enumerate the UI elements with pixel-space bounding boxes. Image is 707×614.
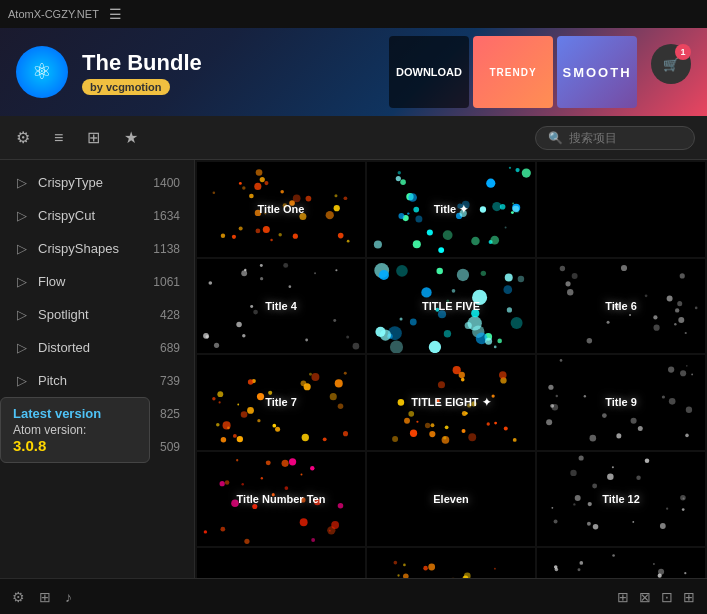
settings-icon[interactable]: ⚙: [12, 589, 25, 605]
version-tooltip: Latest version Atom version: 3.0.8: [0, 397, 150, 463]
list-icon[interactable]: ≡: [50, 125, 67, 151]
music-icon[interactable]: ♪: [65, 589, 72, 605]
grid-cell-8[interactable]: TITLE EIGHT ✦: [367, 355, 535, 450]
svg-point-142: [272, 424, 276, 428]
item-icon-crispyshapes: ▷: [14, 241, 30, 256]
item-count-soundeff: 509: [160, 440, 180, 454]
item-icon-spotlight: ▷: [14, 307, 30, 322]
search-box[interactable]: 🔍: [535, 126, 695, 150]
svg-point-228: [300, 518, 308, 526]
preview-smooth: SMOOTH: [557, 36, 637, 108]
svg-point-99: [421, 287, 431, 297]
svg-point-203: [691, 373, 693, 375]
svg-point-262: [612, 466, 614, 468]
svg-point-45: [486, 179, 495, 188]
sidebar-item-crispytype[interactable]: ▷ CrispyType 1400: [0, 166, 194, 199]
grid-cell-9[interactable]: Title 9: [537, 355, 705, 450]
grid-cell-4[interactable]: Title 4: [197, 259, 365, 354]
sidebar-item-spotlight[interactable]: ▷ Spotlight 428: [0, 298, 194, 331]
svg-point-136: [621, 264, 627, 270]
grid-cell-7[interactable]: Title 7: [197, 355, 365, 450]
svg-point-37: [400, 179, 406, 185]
grid-cell-13[interactable]: [197, 548, 365, 578]
svg-point-104: [505, 273, 513, 281]
view2-icon[interactable]: ⊠: [639, 589, 651, 605]
svg-point-133: [667, 295, 673, 301]
svg-point-212: [548, 385, 553, 390]
svg-point-132: [653, 324, 659, 330]
cart-button[interactable]: 🛒 1: [651, 44, 691, 84]
grid-cell-15[interactable]: Title Fifteen: [537, 548, 705, 578]
view1-icon[interactable]: ⊞: [617, 589, 629, 605]
menu-icon[interactable]: ☰: [109, 6, 122, 22]
svg-point-205: [686, 407, 692, 413]
svg-point-141: [257, 419, 260, 422]
view4-icon[interactable]: ⊞: [683, 589, 695, 605]
item-label-distorted: Distorted: [38, 340, 152, 355]
sidebar: ▷ CrispyType 1400 ▷ CrispyCut 1634 ▷ Cri…: [0, 160, 195, 578]
grid-cell-3[interactable]: [537, 162, 705, 257]
svg-point-5: [278, 233, 281, 236]
svg-point-305: [684, 572, 686, 574]
item-label-crispyshapes: CrispyShapes: [38, 241, 145, 256]
sidebar-item-flow[interactable]: ▷ Flow 1061: [0, 265, 194, 298]
svg-point-13: [254, 183, 261, 190]
svg-point-33: [515, 168, 519, 172]
svg-point-144: [301, 380, 307, 386]
search-input[interactable]: [569, 131, 689, 145]
grid-title-8: TITLE EIGHT ✦: [411, 396, 490, 409]
svg-point-14: [338, 233, 344, 239]
star-icon[interactable]: ★: [120, 124, 142, 151]
grid-title-7: Title 7: [265, 396, 297, 408]
svg-point-135: [678, 316, 684, 322]
sidebar-item-distorted[interactable]: ▷ Distorted 689: [0, 331, 194, 364]
grid-cell-6[interactable]: Title 6: [537, 259, 705, 354]
svg-point-126: [565, 281, 570, 286]
filter-icon[interactable]: ⚙: [12, 124, 34, 151]
svg-point-242: [331, 521, 339, 529]
sidebar-item-pitch[interactable]: ▷ Pitch 739: [0, 364, 194, 397]
svg-point-96: [465, 321, 472, 328]
svg-point-89: [497, 338, 502, 343]
screen-icon[interactable]: ⊞: [39, 589, 51, 605]
svg-point-118: [518, 275, 525, 282]
svg-point-123: [677, 301, 682, 306]
grid-cell-11[interactable]: Eleven: [367, 452, 535, 547]
svg-point-26: [293, 194, 301, 202]
view3-icon[interactable]: ⊡: [661, 589, 673, 605]
svg-point-215: [560, 359, 563, 362]
grid-icon[interactable]: ⊞: [83, 124, 104, 151]
grid-title-12: Title 12: [602, 493, 640, 505]
grid-cell-5[interactable]: TITLE FIVE: [367, 259, 535, 354]
svg-point-165: [275, 427, 280, 432]
grid-cell-14[interactable]: Title 14: [367, 548, 535, 578]
svg-point-258: [632, 521, 634, 523]
svg-point-42: [443, 230, 453, 240]
grid-title-6: Title 6: [605, 300, 637, 312]
svg-point-243: [261, 477, 263, 479]
sidebar-item-crispyshapes[interactable]: ▷ CrispyShapes 1138: [0, 232, 194, 265]
svg-point-3: [326, 211, 334, 219]
grid-title-2: Title ✦: [434, 203, 468, 216]
svg-point-167: [335, 379, 343, 387]
svg-point-155: [323, 437, 327, 441]
svg-point-81: [289, 285, 292, 288]
grid-cell-2[interactable]: Title ✦: [367, 162, 535, 257]
sidebar-item-crispycut[interactable]: ▷ CrispyCut 1634: [0, 199, 194, 232]
svg-point-0: [263, 226, 270, 233]
item-label-crispycut: CrispyCut: [38, 208, 145, 223]
svg-point-163: [338, 403, 344, 409]
svg-point-139: [607, 320, 610, 323]
grid-cell-10[interactable]: Title Number Ten: [197, 452, 365, 547]
svg-point-19: [280, 190, 284, 194]
grid-cell-12[interactable]: Title 12: [537, 452, 705, 547]
svg-point-252: [587, 521, 591, 525]
svg-point-147: [227, 427, 230, 430]
svg-point-201: [590, 435, 597, 442]
svg-point-70: [305, 338, 308, 341]
svg-point-189: [398, 399, 405, 406]
svg-point-48: [492, 202, 501, 211]
svg-point-9: [239, 226, 243, 230]
grid-cell-1[interactable]: Title One: [197, 162, 365, 257]
svg-point-239: [329, 529, 331, 531]
